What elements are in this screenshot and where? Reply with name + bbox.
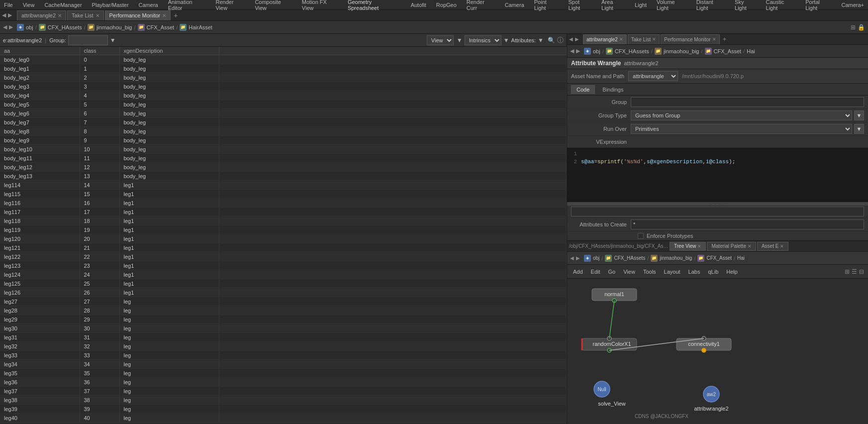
table-row[interactable]: leg120 20 leg1 — [0, 234, 567, 243]
table-row[interactable]: body_leg4 4 body_leg — [0, 91, 567, 100]
breadcrumb-cfx-asset[interactable]: CFX_Asset — [147, 24, 175, 30]
menu-playbar[interactable]: Playbar/Master — [90, 2, 131, 8]
table-row[interactable]: leg126 26 leg1 — [0, 288, 567, 297]
table-row[interactable]: body_leg12 12 body_leg — [0, 163, 567, 172]
menu-spot-light[interactable]: Spot Light — [567, 0, 594, 11]
ng-view-btn[interactable]: View — [621, 269, 637, 275]
table-row[interactable]: body_leg11 11 body_leg — [0, 154, 567, 163]
table-row[interactable]: body_leg8 8 body_leg — [0, 127, 567, 136]
table-row[interactable]: leg125 25 leg1 — [0, 279, 567, 288]
node-null[interactable]: Null — [594, 381, 610, 397]
menu-distant-light[interactable]: Distant Light — [694, 0, 727, 11]
asset-name-select[interactable]: attribwrangle — [628, 71, 678, 81]
tab-close-icon[interactable]: ✕ — [652, 37, 656, 42]
right-breadcrumb-cfx-asset[interactable]: CFX_Asset — [714, 48, 742, 54]
table-row[interactable]: leg33 33 leg — [0, 351, 567, 360]
menu-file[interactable]: File — [2, 2, 15, 8]
table-row[interactable]: body_leg0 0 body_leg — [0, 55, 567, 64]
menu-render-curr[interactable]: Render Curr — [465, 0, 497, 11]
tab-code[interactable]: Code — [571, 85, 595, 94]
menu-light[interactable]: Light — [633, 2, 649, 8]
table-row[interactable]: leg121 21 leg1 — [0, 243, 567, 252]
tab-close-icon[interactable]: ✕ — [162, 13, 166, 18]
breadcrumb-obj[interactable]: obj — [26, 24, 33, 30]
table-row[interactable]: leg118 18 leg1 — [0, 216, 567, 225]
node-bc-cfxa[interactable]: CFX_Asset — [706, 255, 732, 261]
lower-tab-asset-e[interactable]: Asset E ✕ — [757, 242, 788, 251]
node-attribwrangle2[interactable]: aw2 — [703, 386, 719, 402]
ng-go-btn[interactable]: Go — [606, 269, 618, 275]
attributes-filter-icon[interactable]: ▼ — [538, 37, 544, 44]
tab-close-icon[interactable]: ✕ — [712, 37, 716, 42]
group-filter-icon[interactable]: ▼ — [110, 37, 116, 44]
table-row[interactable]: leg29 29 leg — [0, 315, 567, 324]
right-breadcrumb-hai[interactable]: Hai — [747, 48, 755, 54]
table-row[interactable]: leg119 19 leg1 — [0, 225, 567, 234]
ng-list-icon[interactable]: ☰ — [852, 268, 857, 275]
table-row[interactable]: leg114 14 leg1 — [0, 181, 567, 190]
node-random-color[interactable]: randomColorX1 — [582, 336, 637, 352]
lower-tab-close-icon[interactable]: ✕ — [697, 244, 701, 249]
lower-tab-close-icon[interactable]: ✕ — [748, 244, 752, 249]
tab-attribwrangle2[interactable]: attribwrangle2 ✕ — [17, 10, 66, 20]
table-row[interactable]: leg31 31 leg — [0, 333, 567, 342]
table-row[interactable]: leg27 27 leg — [0, 297, 567, 306]
info-icon[interactable]: ⓘ — [557, 36, 564, 45]
right-breadcrumb-cfx[interactable]: CFX_HAssets — [615, 48, 649, 54]
run-over-dropdown-btn[interactable]: ▼ — [854, 124, 864, 134]
ng-layout-btn[interactable]: Layout — [662, 269, 682, 275]
ng-expand-icon[interactable]: ⊟ — [859, 268, 864, 275]
tab-add-button[interactable]: + — [172, 11, 180, 19]
tab-take-list[interactable]: Take List ✕ — [67, 10, 103, 20]
table-row[interactable]: body_leg7 7 body_leg — [0, 118, 567, 127]
table-row[interactable]: leg39 39 leg — [0, 405, 567, 414]
table-row[interactable]: body_leg3 3 body_leg — [0, 82, 567, 91]
tab-close-icon[interactable]: ✕ — [58, 13, 62, 18]
attributes-search-icon[interactable]: 🔍 — [548, 37, 555, 44]
code-search-input[interactable] — [571, 207, 864, 216]
tab-close-icon[interactable]: ✕ — [96, 13, 99, 18]
ng-edit-btn[interactable]: Edit — [589, 269, 602, 275]
menu-volume-light[interactable]: Volume Light — [655, 0, 688, 11]
menu-camera[interactable]: Camera — [137, 2, 160, 8]
ng-grid-icon[interactable]: ⊞ — [845, 268, 850, 275]
table-row[interactable]: leg36 36 leg — [0, 378, 567, 387]
table-row[interactable]: leg28 28 leg — [0, 306, 567, 315]
node-bc-jin[interactable]: jinmaohou_big — [660, 255, 692, 261]
table-row[interactable]: leg37 37 leg — [0, 387, 567, 396]
enforce-prototypes-checkbox[interactable] — [638, 233, 644, 239]
breadcrumb-jinmaohou[interactable]: jinmaohou_big — [96, 24, 132, 30]
table-row[interactable]: body_leg5 5 body_leg — [0, 100, 567, 109]
expand-icon[interactable]: ⊞ — [851, 24, 856, 31]
intrinsics-select[interactable]: Intrinsics — [465, 35, 501, 45]
menu-caustic-light[interactable]: Caustic Light — [764, 0, 798, 11]
menu-point-light[interactable]: Point Light — [532, 0, 561, 11]
group-input[interactable] — [68, 35, 108, 45]
menu-geometry-spreadsheet[interactable]: Geometry Spreadsheet — [346, 0, 403, 11]
tab-take-list-right[interactable]: Take List ✕ — [628, 34, 660, 44]
table-row[interactable]: body_leg9 9 body_leg — [0, 136, 567, 145]
table-row[interactable]: body_leg6 6 body_leg — [0, 109, 567, 118]
table-row[interactable]: leg116 16 leg1 — [0, 199, 567, 208]
table-row[interactable]: leg34 34 leg — [0, 360, 567, 369]
table-row[interactable]: leg123 23 leg1 — [0, 261, 567, 270]
ng-help-btn[interactable]: Help — [724, 269, 740, 275]
table-row[interactable]: body_leg2 2 body_leg — [0, 73, 567, 82]
ng-labs-btn[interactable]: Labs — [686, 269, 702, 275]
attrs-to-create-input[interactable] — [631, 219, 864, 229]
node-graph[interactable]: normal1 randomColorX1 connectivity1 — [567, 279, 868, 424]
node-bc-cfx[interactable]: CFX_HAssets — [614, 255, 645, 261]
menu-portal-light[interactable]: Portal Light — [803, 0, 833, 11]
lock-icon[interactable]: 🔒 — [858, 24, 865, 31]
table-row[interactable]: leg124 24 leg1 — [0, 270, 567, 279]
node-solve-view[interactable]: solve_View — [598, 401, 625, 407]
menu-sky-light[interactable]: Sky Light — [733, 0, 758, 11]
table-row[interactable]: leg38 38 leg — [0, 396, 567, 405]
spreadsheet-container[interactable]: aa class xgenDescription body_leg0 0 bod… — [0, 47, 567, 424]
tab-plus-right[interactable]: + — [721, 35, 729, 43]
table-row[interactable]: body_leg1 1 body_leg — [0, 64, 567, 73]
lower-tab-material-palette[interactable]: Material Palette ✕ — [707, 242, 756, 251]
table-row[interactable]: body_leg10 10 body_leg — [0, 145, 567, 154]
menu-autofit[interactable]: Autofit — [409, 2, 428, 8]
menu-composite-view[interactable]: Composite View — [253, 0, 293, 11]
